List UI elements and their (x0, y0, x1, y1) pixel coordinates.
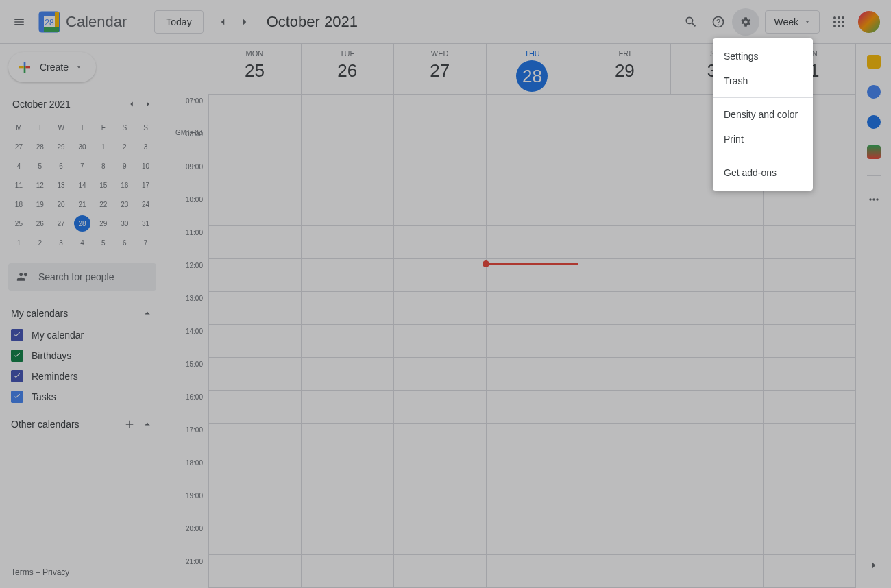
menu-settings[interactable]: Settings (713, 44, 813, 69)
menu-addons[interactable]: Get add-ons (713, 160, 813, 185)
menu-separator (713, 97, 813, 98)
menu-density[interactable]: Density and color (713, 102, 813, 127)
settings-menu: Settings Trash Density and color Print G… (713, 38, 813, 191)
menu-trash[interactable]: Trash (713, 69, 813, 93)
menu-print[interactable]: Print (713, 127, 813, 151)
menu-separator (713, 156, 813, 156)
